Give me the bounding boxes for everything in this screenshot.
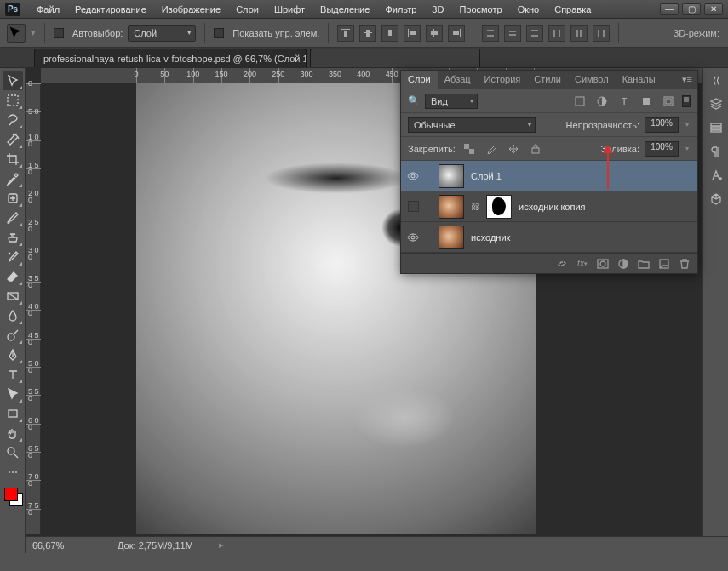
- lock-all-icon[interactable]: [527, 141, 544, 157]
- new-adjustment-icon[interactable]: [616, 257, 631, 271]
- menu-window[interactable]: Окно: [510, 4, 547, 14]
- layer-row[interactable]: ⛓исходник копия: [401, 191, 697, 222]
- filter-toggle[interactable]: [682, 95, 691, 107]
- menu-filter[interactable]: Фильтр: [377, 4, 424, 14]
- layer-row[interactable]: Слой 1: [401, 161, 697, 191]
- tab-layers[interactable]: Слои: [401, 71, 438, 89]
- window-maximize-button[interactable]: ▢: [682, 3, 701, 15]
- healing-brush-tool[interactable]: [3, 189, 23, 208]
- fill-field[interactable]: 100%: [645, 141, 679, 157]
- menu-3d[interactable]: 3D: [424, 4, 451, 14]
- menu-image[interactable]: Изображение: [154, 4, 228, 14]
- menu-help[interactable]: Справка: [547, 4, 599, 14]
- move-tool[interactable]: [3, 71, 23, 90]
- menu-edit[interactable]: Редактирование: [67, 4, 154, 14]
- window-close-button[interactable]: ✕: [704, 3, 723, 15]
- visibility-toggle[interactable]: [406, 231, 420, 244]
- filter-smart-icon[interactable]: [660, 94, 677, 109]
- link-layers-icon[interactable]: [554, 257, 570, 271]
- menu-view[interactable]: Просмотр: [451, 4, 509, 14]
- eyedropper-tool[interactable]: [3, 169, 23, 188]
- pen-tool[interactable]: [3, 345, 23, 364]
- align-top-button[interactable]: [337, 25, 354, 42]
- crop-tool[interactable]: [3, 150, 23, 168]
- layer-thumb[interactable]: [439, 195, 464, 219]
- align-left-button[interactable]: [404, 25, 421, 42]
- menu-layers[interactable]: Слои: [228, 4, 267, 14]
- layer-fx-icon[interactable]: fx▾: [575, 257, 590, 271]
- expand-dock-icon[interactable]: ⟨⟨: [707, 71, 725, 89]
- align-bottom-button[interactable]: [381, 25, 398, 42]
- opacity-field[interactable]: 100%: [645, 117, 679, 133]
- filter-adjust-icon[interactable]: [593, 94, 610, 109]
- menu-select[interactable]: Выделение: [312, 4, 377, 14]
- zoom-readout[interactable]: 66,67%: [32, 540, 92, 551]
- new-group-icon[interactable]: [636, 257, 651, 271]
- lock-pixels-icon[interactable]: [483, 141, 500, 157]
- add-mask-icon[interactable]: [595, 257, 610, 271]
- align-vcenter-button[interactable]: [359, 25, 376, 42]
- history-brush-tool[interactable]: [3, 248, 23, 266]
- eraser-tool[interactable]: [3, 267, 23, 286]
- tab-styles[interactable]: Стили: [527, 71, 568, 89]
- filter-pixel-icon[interactable]: [571, 94, 588, 109]
- tab-history[interactable]: История: [478, 71, 528, 89]
- visibility-toggle[interactable]: [406, 169, 420, 183]
- lasso-tool[interactable]: [3, 111, 23, 129]
- lock-position-icon[interactable]: [505, 141, 522, 157]
- layers-panel-icon[interactable]: [707, 95, 725, 112]
- character-panel-icon[interactable]: [707, 167, 725, 184]
- clone-stamp-tool[interactable]: [3, 228, 23, 247]
- dodge-tool[interactable]: [3, 326, 23, 345]
- showcontrols-checkbox[interactable]: [214, 28, 224, 38]
- hand-tool[interactable]: [3, 424, 23, 443]
- menu-file[interactable]: Файл: [29, 4, 67, 14]
- visibility-toggle[interactable]: [406, 200, 420, 214]
- distribute-bottom-button[interactable]: [526, 25, 543, 42]
- layer-name[interactable]: исходник копия: [519, 202, 586, 212]
- channels-panel-icon[interactable]: [707, 119, 725, 136]
- lock-transparent-icon[interactable]: [461, 141, 478, 157]
- autoselect-checkbox[interactable]: [54, 28, 64, 38]
- layer-name[interactable]: Слой 1: [471, 171, 502, 181]
- distribute-hcenter-button[interactable]: [570, 25, 588, 42]
- distribute-vcenter-button[interactable]: [504, 25, 521, 42]
- window-minimize-button[interactable]: —: [660, 3, 679, 15]
- layer-name[interactable]: исходник: [471, 232, 510, 243]
- rectangle-tool[interactable]: [3, 404, 23, 423]
- tab-active-document[interactable]: professionalnaya-retush-lica-v-fotoshope…: [34, 49, 307, 67]
- toolbox-more[interactable]: ⋯: [3, 463, 23, 482]
- delete-layer-icon[interactable]: [677, 257, 692, 271]
- filter-kind-dropdown[interactable]: Вид: [425, 94, 478, 109]
- distribute-right-button[interactable]: [593, 25, 610, 42]
- tab-channels[interactable]: Каналы: [616, 71, 662, 89]
- magic-wand-tool[interactable]: [3, 130, 23, 149]
- layer-row[interactable]: исходник: [401, 222, 697, 253]
- type-tool[interactable]: [3, 365, 23, 384]
- filter-type-icon[interactable]: T: [616, 94, 633, 109]
- distribute-top-button[interactable]: [482, 25, 499, 42]
- path-select-tool[interactable]: [3, 385, 23, 403]
- new-layer-icon[interactable]: [656, 257, 672, 271]
- gradient-tool[interactable]: [3, 287, 23, 305]
- color-swatches[interactable]: [3, 486, 23, 506]
- align-right-button[interactable]: [448, 25, 465, 42]
- tab-bg-document[interactable]: [310, 49, 480, 67]
- distribute-left-button[interactable]: [548, 25, 565, 42]
- align-hcenter-button[interactable]: [426, 25, 443, 42]
- 3d-panel-icon[interactable]: [707, 191, 725, 208]
- blur-tool[interactable]: [3, 306, 23, 325]
- current-tool-icon[interactable]: [7, 24, 26, 43]
- menu-type[interactable]: Шрифт: [267, 4, 312, 14]
- layer-thumb[interactable]: [439, 164, 464, 188]
- paragraph-panel-icon[interactable]: [707, 143, 725, 160]
- filter-shape-icon[interactable]: [638, 94, 655, 109]
- brush-tool[interactable]: [3, 208, 23, 227]
- foreground-swatch[interactable]: [4, 488, 18, 501]
- tab-paragraph[interactable]: Абзац: [438, 71, 478, 89]
- ruler-vertical[interactable]: 05 01 0 01 5 02 0 02 5 03 0 03 5 04 0 04…: [26, 83, 41, 534]
- tab-character[interactable]: Символ: [568, 71, 616, 89]
- zoom-tool[interactable]: [3, 443, 23, 462]
- layer-thumb[interactable]: [486, 195, 512, 219]
- blend-mode-dropdown[interactable]: Обычные: [408, 117, 536, 133]
